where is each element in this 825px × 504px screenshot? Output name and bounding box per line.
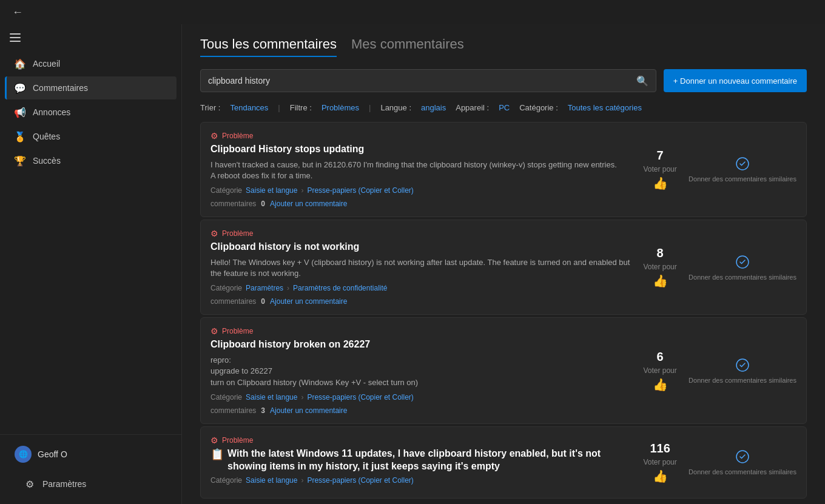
sidebar-header	[0, 24, 181, 51]
vote-count-3: 6	[657, 350, 664, 364]
sidebar-nav: 🏠 Accueil 💬 Commentaires 📢 Annonces 🏅 Qu…	[0, 51, 181, 434]
separator1: |	[278, 103, 280, 112]
add-comment-3[interactable]: Ajouter un commentaire	[270, 406, 347, 415]
sidebar-item-quetes[interactable]: 🏅 Quêtes	[5, 125, 177, 148]
similar-section-1[interactable]: Donner des commentaires similaires	[689, 131, 796, 208]
similar-label-2: Donner des commentaires similaires	[689, 273, 796, 281]
vote-section-4: 116 Voter pour 👍	[639, 435, 681, 490]
top-bar: ←	[0, 0, 825, 24]
category-label-2: Catégorie	[210, 284, 242, 292]
add-comment-2[interactable]: Ajouter un commentaire	[270, 297, 347, 306]
back-button[interactable]: ←	[7, 4, 28, 21]
comments-row-2: commentaires 0 Ajouter un commentaire	[210, 297, 631, 306]
category-label-1: Catégorie	[210, 186, 242, 195]
vote-icon-2[interactable]: 👍	[653, 274, 668, 288]
category-child-3[interactable]: Presse-papiers (Copier et Coller)	[307, 393, 413, 402]
hamburger-menu[interactable]	[7, 31, 23, 44]
category-parent-2[interactable]: Paramètres	[246, 284, 283, 292]
new-comment-button[interactable]: + Donner un nouveau commentaire	[664, 69, 807, 92]
feedback-card-2: ⚙ Problème Clipboard history is not work…	[200, 220, 807, 315]
category-child-2[interactable]: Paramètres de confidentialité	[293, 284, 387, 292]
separator2: |	[369, 103, 371, 112]
similar-icon-3	[734, 357, 751, 374]
arrow-2: ›	[287, 284, 289, 292]
user-name: Geoff O	[38, 449, 67, 459]
categorie-value[interactable]: Toutes les catégories	[568, 103, 642, 112]
vote-icon-4[interactable]: 👍	[653, 469, 668, 483]
problem-icon-4: ⚙	[210, 435, 218, 445]
search-icon[interactable]: 🔍	[636, 75, 648, 87]
vote-icon-1[interactable]: 👍	[653, 176, 668, 190]
sidebar-item-accueil[interactable]: 🏠 Accueil	[5, 52, 177, 75]
category-parent-3[interactable]: Saisie et langue	[246, 393, 297, 402]
problem-icon-1: ⚙	[210, 131, 218, 141]
problem-badge-2: ⚙ Problème	[210, 229, 631, 238]
langue-label: Langue :	[380, 103, 411, 112]
problem-badge-4: ⚙ Problème	[210, 435, 631, 445]
vote-label-2: Voter pour	[643, 263, 676, 271]
sidebar-footer: 🌐 Geoff O ⚙ Paramètres	[0, 434, 181, 504]
category-parent-4[interactable]: Saisie et langue	[246, 476, 297, 485]
feedback-title-1[interactable]: Clipboard History stops updating	[210, 143, 631, 156]
categorie-label: Catégorie :	[519, 103, 558, 112]
feedback-content-1: ⚙ Problème Clipboard History stops updat…	[210, 131, 631, 208]
tab-mes[interactable]: Mes commentaires	[351, 36, 464, 57]
search-input[interactable]	[208, 76, 636, 86]
feedback-desc-2: Hello! The Windows key + V (clipboard hi…	[210, 257, 631, 279]
similar-icon-1	[734, 155, 751, 172]
announcement-icon: 📢	[15, 107, 25, 118]
appareil-value[interactable]: PC	[499, 103, 510, 112]
langue-value[interactable]: anglais	[421, 103, 446, 112]
sidebar-item-commentaires-label: Commentaires	[33, 83, 88, 93]
comments-label-3: commentaires	[210, 406, 256, 415]
achievement-icon: 🏆	[15, 155, 25, 166]
vote-icon-3[interactable]: 👍	[653, 377, 668, 392]
feedback-title-2[interactable]: Clipboard history is not working	[210, 241, 631, 254]
similar-section-3[interactable]: Donner des commentaires similaires	[689, 326, 796, 414]
feedback-title-3[interactable]: Clipboard history broken on 26227	[210, 338, 631, 351]
category-parent-1[interactable]: Saisie et langue	[246, 186, 297, 195]
problem-type-1: Problème	[222, 132, 253, 140]
problem-type-4: Problème	[222, 436, 253, 445]
avatar: 🌐	[15, 446, 32, 463]
vote-count-4: 116	[650, 442, 670, 455]
category-child-1[interactable]: Presse-papiers (Copier et Coller)	[307, 186, 413, 195]
filters-row: Trier : Tendances | Filtre : Problèmes |…	[200, 103, 807, 112]
feedback-content-3: ⚙ Problème Clipboard history broken on 2…	[210, 326, 631, 414]
problem-icon-3: ⚙	[210, 326, 218, 336]
sidebar-item-parametres[interactable]: ⚙ Paramètres	[15, 472, 167, 496]
user-row[interactable]: 🌐 Geoff O	[10, 442, 172, 466]
trier-value[interactable]: Tendances	[230, 103, 268, 112]
filtre-value[interactable]: Problèmes	[322, 103, 359, 112]
filtre-label: Filtre :	[290, 103, 312, 112]
app-body: 🏠 Accueil 💬 Commentaires 📢 Annonces 🏅 Qu…	[0, 24, 825, 504]
comments-label-2: commentaires	[210, 297, 256, 306]
category-label-3: Catégorie	[210, 393, 242, 402]
sidebar-item-succes[interactable]: 🏆 Succès	[5, 149, 177, 172]
category-row-2: Catégorie Paramètres › Paramètres de con…	[210, 284, 631, 292]
feedback-card-4: ⚙ Problème 📋 With the latest Windows 11 …	[200, 426, 807, 499]
search-box: 🔍	[200, 69, 656, 92]
comments-count-3: 3	[261, 406, 265, 415]
similar-label-1: Donner des commentaires similaires	[689, 175, 796, 183]
sidebar-item-commentaires[interactable]: 💬 Commentaires	[5, 76, 177, 99]
vote-section-3: 6 Voter pour 👍	[639, 326, 681, 414]
similar-icon-4	[734, 448, 751, 465]
add-comment-1[interactable]: Ajouter un commentaire	[270, 200, 347, 208]
feedback-card-1: ⚙ Problème Clipboard History stops updat…	[200, 122, 807, 217]
sidebar-item-annonces-label: Annonces	[33, 107, 70, 117]
feedback-title-4[interactable]: 📋 With the latest Windows 11 updates, I …	[210, 448, 631, 473]
feedback-list: ⚙ Problème Clipboard History stops updat…	[200, 122, 807, 499]
feedback-content-4: ⚙ Problème 📋 With the latest Windows 11 …	[210, 435, 631, 490]
arrow-4: ›	[301, 476, 303, 485]
settings-icon: ⚙	[24, 479, 35, 489]
category-child-4[interactable]: Presse-papiers (Copier et Coller)	[307, 476, 413, 485]
problem-icon-2: ⚙	[210, 229, 218, 238]
sidebar-item-annonces[interactable]: 📢 Annonces	[5, 101, 177, 124]
similar-section-4[interactable]: Donner des commentaires similaires	[689, 435, 796, 490]
appareil-label: Appareil :	[456, 103, 489, 112]
tab-tous[interactable]: Tous les commentaires	[200, 36, 337, 57]
similar-section-2[interactable]: Donner des commentaires similaires	[689, 229, 796, 306]
main-content: Tous les commentaires Mes commentaires 🔍…	[182, 24, 825, 504]
comment-icon: 💬	[15, 82, 25, 93]
